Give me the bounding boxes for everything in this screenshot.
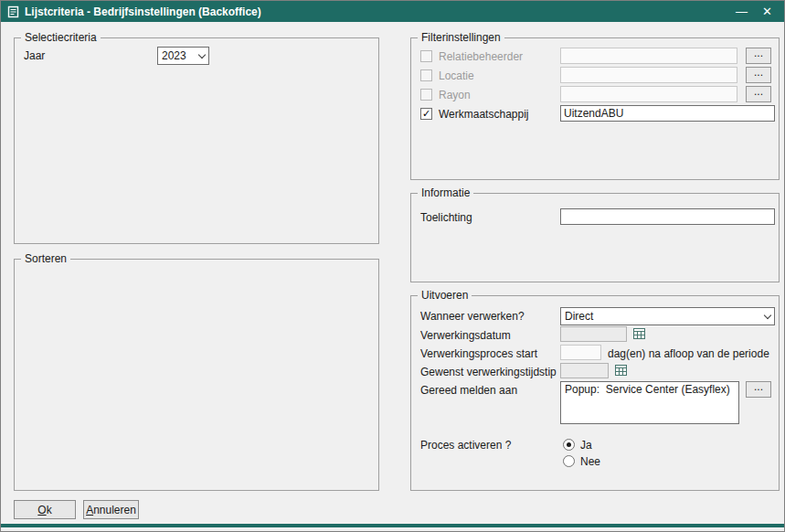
app-icon [7, 5, 19, 18]
group-filterinstellingen: Filterinstellingen Relatiebeheerder ... … [410, 37, 780, 180]
annuleren-button[interactable]: Annuleren [83, 500, 139, 519]
filter-label-rayon: Rayon [439, 89, 471, 101]
filter-input-rayon [560, 86, 737, 102]
titlebar: Lijstcriteria - Bedrijfsinstellingen (Ba… [1, 1, 784, 22]
annuleren-button-label: Annuleren [86, 504, 136, 516]
chevron-down-icon [764, 312, 771, 319]
list-item[interactable]: Popup: Service Center (Easyflex) [561, 382, 738, 397]
radio-nee-label: Nee [580, 455, 600, 468]
group-uitvoeren: Uitvoeren Wanneer verwerken? Direct Verw… [410, 295, 780, 491]
group-sorteren: Sorteren [14, 259, 379, 491]
group-selectiecriteria-legend: Selectiecriteria [21, 31, 101, 44]
gewenst-verwerkingstijdstip-label: Gewenst verwerkingstijdstip [420, 366, 557, 378]
verwerkingsdatum-input [560, 326, 627, 342]
ellipsis-button-relatiebeheerder[interactable]: ... [746, 48, 771, 64]
ok-button[interactable]: Ok [14, 500, 76, 519]
toelichting-label: Toelichting [420, 211, 472, 224]
gereed-melden-label: Gereed melden aan [420, 384, 517, 397]
gereed-melden-listbox[interactable]: Popup: Service Center (Easyflex) [560, 381, 739, 424]
verwerkingsproces-start-input[interactable] [560, 345, 601, 360]
group-informatie-legend: Informatie [418, 186, 473, 199]
jaar-dropdown[interactable]: 2023 [157, 47, 209, 65]
gewenst-verwerkingstijdstip-input [560, 363, 609, 378]
ellipsis-button-locatie[interactable]: ... [746, 67, 771, 83]
ellipsis-button-gereed-melden[interactable]: ... [746, 381, 771, 398]
group-uitvoeren-legend: Uitvoeren [418, 289, 472, 302]
jaar-dropdown-value: 2023 [162, 49, 186, 62]
wanneer-verwerken-value: Direct [565, 310, 593, 323]
wanneer-verwerken-label: Wanneer verwerken? [420, 310, 525, 323]
dialog-window: Lijstcriteria - Bedrijfsinstellingen (Ba… [0, 0, 785, 532]
verwerkingsproces-start-suffix: dag(en) na afloop van de periode [608, 347, 769, 360]
bottom-accent-bar [1, 524, 784, 527]
checkbox-locatie[interactable] [420, 69, 432, 81]
verwerkingsdatum-label: Verwerkingsdatum [420, 329, 511, 342]
toelichting-input[interactable] [560, 208, 775, 225]
wanneer-verwerken-dropdown[interactable]: Direct [560, 307, 775, 325]
window-title: Lijstcriteria - Bedrijfsinstellingen (Ba… [25, 5, 261, 18]
group-informatie: Informatie Toelichting [410, 193, 780, 282]
minimize-button[interactable]: — [736, 5, 748, 17]
radio-nee[interactable] [563, 455, 575, 467]
ellipsis-button-rayon[interactable]: ... [746, 86, 771, 102]
radio-ja[interactable] [563, 439, 575, 451]
close-button[interactable]: ✕ [762, 5, 772, 17]
jaar-label: Jaar [24, 49, 45, 62]
calendar-icon[interactable] [632, 326, 646, 344]
filter-label-werkmaatschappij: Werkmaatschappij [439, 108, 528, 121]
group-sorteren-legend: Sorteren [21, 252, 70, 265]
chevron-down-icon [198, 51, 206, 59]
group-selectiecriteria: Selectiecriteria Jaar 2023 [14, 37, 379, 244]
group-filterinstellingen-legend: Filterinstellingen [418, 31, 504, 44]
filter-label-locatie: Locatie [439, 69, 474, 82]
ok-button-label: Ok [37, 504, 51, 516]
filter-input-werkmaatschappij[interactable] [560, 105, 775, 122]
filter-input-relatiebeheerder [560, 48, 737, 64]
verwerkingsproces-start-label: Verwerkingsproces start [420, 347, 537, 360]
checkbox-rayon[interactable] [420, 89, 432, 101]
filter-input-locatie [560, 67, 737, 83]
calendar-icon[interactable] [614, 363, 628, 380]
proces-activeren-label: Proces activeren ? [420, 439, 511, 452]
filter-label-relatiebeheerder: Relatiebeheerder [439, 50, 523, 63]
radio-ja-label: Ja [580, 439, 592, 452]
checkbox-relatiebeheerder[interactable] [420, 50, 432, 62]
checkbox-werkmaatschappij[interactable]: ✓ [420, 108, 432, 120]
